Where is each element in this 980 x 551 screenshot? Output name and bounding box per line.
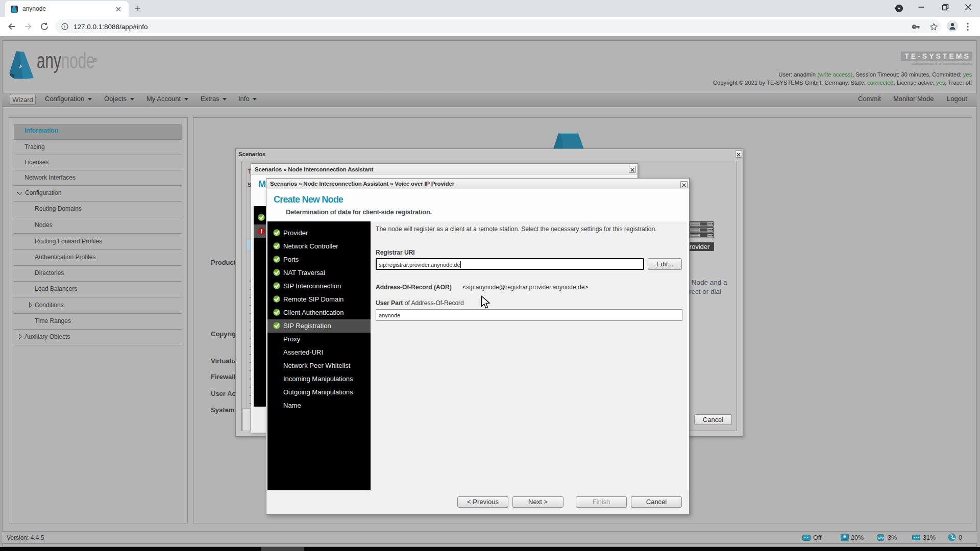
- svg-text:CPU: CPU: [878, 536, 884, 539]
